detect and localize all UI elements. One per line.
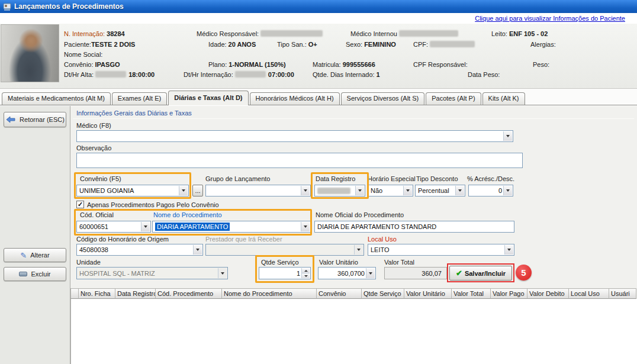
field-paciente: Paciente:TESTE 2 DOIS [64,41,135,48]
grid-col-convenio[interactable]: Convênio [317,288,362,299]
field-n-internacao: N. Internação:38284 [64,30,125,37]
chevron-down-icon[interactable] [366,268,375,278]
observacao-input[interactable] [76,153,523,168]
observacao-label: Observação [76,144,111,152]
pencil-icon [20,251,27,260]
nome-oficial-input[interactable]: DIARIA DE APARTAMENTO STANDARD [314,221,514,233]
tab-kits[interactable]: Kits (Alt K) [482,92,525,105]
valor-total-field: 360,07 [384,267,447,279]
grid-col-qtde-servico[interactable]: Qtde Serviço [362,288,404,299]
field-dthr-internacao: Dt/Hr Internação:07:00:00 [184,71,294,78]
tab-diarias-taxas[interactable]: Diárias e Taxas (Alt D) [168,91,248,105]
patient-info-link[interactable]: Clique aqui para visualizar Informações … [475,15,625,22]
field-medico-responsavel: Médico Responsável: [197,30,325,37]
tab-strip: Materiais e Medicamentos (Alt M) Exames … [0,89,637,105]
alterar-button[interactable]: Alterar [4,248,66,262]
convenio-f5-label: Convênio (F5) [80,175,121,182]
salvar-incluir-button[interactable]: Salvar/Incluir [449,266,512,281]
grid-col-nro-ficha[interactable]: Nro. Ficha [79,288,115,299]
spinner-buttons[interactable] [301,268,310,278]
grid-col-cod-procedimento[interactable]: Cód. Procedimento [156,288,222,299]
redacted-value [430,41,475,47]
convenio-combo[interactable]: UNIMED GOIANIA [76,185,189,197]
field-matricula: Matricula:999555666 [313,61,375,68]
chevron-down-icon[interactable] [455,186,464,195]
acresc-desc-label: % Acrésc./Desc. [467,175,514,182]
chevron-down-icon[interactable] [193,245,202,255]
field-convenio: Convênio:IPASGO [64,61,120,68]
sidebar: Retornar (ESC) Alterar Excluir [0,106,70,364]
horario-especial-combo[interactable]: Não [368,185,413,197]
chevron-down-icon[interactable] [301,186,310,195]
browse-button[interactable]: ... [192,185,203,197]
cod-honorario-label: Código do Honorário de Origem [76,236,169,243]
tipo-desconto-value: Percentual [418,187,449,194]
grid-col-local-uso[interactable]: Local Uso [569,288,609,299]
grid-col-valor-unitario[interactable]: Valor Unitário [404,288,452,299]
tipo-desconto-combo[interactable]: Percentual [415,185,465,197]
grid-col-usuario[interactable]: Usuári [609,288,636,299]
retornar-label: Retornar (ESC) [20,116,65,123]
section-divider [73,118,634,119]
valor-unitario-combo[interactable]: 360,0700 [318,267,376,279]
grid-col-valor-pago[interactable]: Valor Pago [491,288,527,299]
field-data-peso: Data Peso: [468,71,501,78]
excluir-button[interactable]: Excluir [4,267,66,281]
field-medico-internou: Médico Internou [350,30,461,37]
cod-oficial-combo[interactable]: 60000651 [76,221,151,233]
field-nome-social: Nome Social: [64,51,104,58]
chevron-down-icon[interactable] [179,186,188,195]
grupo-combo[interactable] [205,185,311,197]
grid-col-valor-total[interactable]: Valor Total [452,288,491,299]
tab-pacotes[interactable]: Pacotes (Alt P) [426,92,481,105]
grid-col-valor-debito[interactable]: Valor Debito [527,288,569,299]
check-icon [456,269,462,278]
field-tipo-sanguineo: Tipo San.:O+ [277,41,317,48]
retornar-button[interactable]: Retornar (ESC) [4,112,66,127]
tab-servicos-diversos[interactable]: Serviços Diversos (Alt S) [341,92,425,105]
chevron-down-icon[interactable] [355,186,364,195]
grid-col-indicator[interactable] [70,288,79,299]
browse-label: ... [195,187,200,194]
redacted-value [317,188,350,194]
spin-down-icon[interactable] [301,273,310,278]
chevron-down-icon[interactable] [141,222,150,231]
chevron-down-icon[interactable] [503,131,512,141]
apenas-convenio-checkbox[interactable] [76,201,84,208]
field-dthr-alta: Dt/Hr Alta:18:00:00 [64,71,155,78]
chevron-down-icon[interactable] [504,245,513,255]
convenio-value: UNIMED GOIANIA [79,187,134,194]
cod-oficial-label: Cód. Oficial [80,211,114,218]
chevron-down-icon[interactable] [503,186,512,195]
field-peso: Peso: [533,61,551,68]
cod-honorario-combo[interactable]: 45080038 [76,244,203,256]
local-uso-label: Local Uso [368,236,397,243]
redacted-value [260,30,323,37]
qtde-servico-stepper[interactable]: 1 [259,267,311,279]
chevron-down-icon[interactable] [301,222,310,231]
field-idade: Idade:20 ANOS [208,41,256,48]
data-registro-label: Data Registro [316,175,355,182]
grid-col-data-registro[interactable]: Data Registro [115,288,156,299]
tab-materiais-medicamentos[interactable]: Materiais e Medicamentos (Alt M) [2,92,111,105]
nome-procedimento-value: DIARIA APARTAMENTO [155,223,230,231]
nome-procedimento-combo[interactable]: DIARIA APARTAMENTO [152,221,311,233]
local-uso-value: LEITO [371,246,390,253]
qtde-servico-value: 1 [297,270,300,277]
local-uso-combo[interactable]: LEITO [368,244,514,256]
spin-up-icon[interactable] [301,268,310,273]
data-registro-combo[interactable] [314,185,365,197]
grid-col-nome-procedimento[interactable]: Nome do Procedimento [222,288,317,299]
chevron-down-icon[interactable] [403,186,412,195]
eraser-icon [19,272,27,276]
medico-combo[interactable] [76,130,513,142]
tab-exames[interactable]: Exames (Alt E) [112,92,167,105]
unidade-label: Unidade [76,259,101,266]
unidade-combo: HOSPITAL SQL - MATRIZ [76,267,228,279]
window-title: Lançamentos de Procedimentos [14,2,124,11]
tab-honorarios-medicos[interactable]: Honorários Médicos (Alt H) [250,92,340,105]
valor-total-label: Valor Total [384,259,414,266]
grid-header: Nro. Ficha Data Registro Cód. Procedimen… [70,288,636,299]
app-window: Lançamentos de Procedimentos Clique aqui… [0,0,637,364]
acresc-desc-combo[interactable]: 0 [468,185,513,197]
